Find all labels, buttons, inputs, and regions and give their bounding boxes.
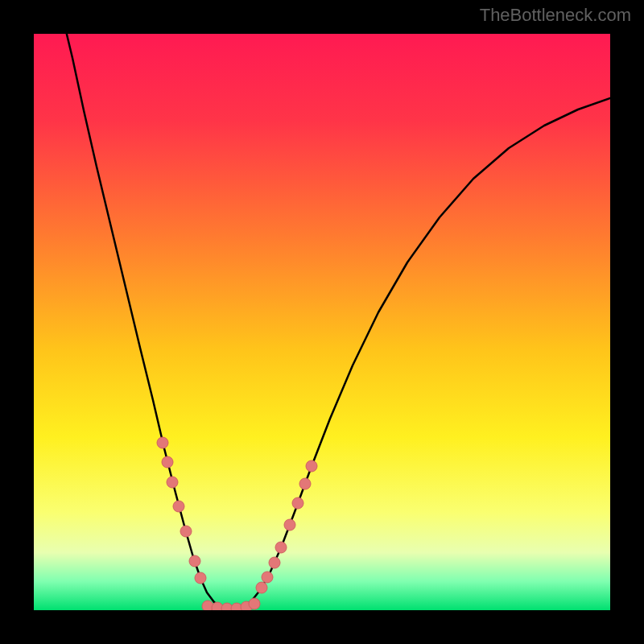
svg-point-9 — [262, 572, 273, 583]
svg-point-3 — [167, 477, 178, 488]
svg-point-14 — [299, 478, 311, 489]
svg-point-8 — [256, 582, 267, 593]
svg-point-15 — [306, 460, 317, 472]
plot-area — [34, 34, 610, 610]
svg-point-13 — [292, 497, 303, 509]
svg-point-2 — [162, 456, 173, 468]
svg-point-11 — [275, 542, 287, 553]
svg-point-4 — [173, 501, 184, 512]
svg-point-12 — [284, 519, 295, 530]
bottleneck-curve — [63, 34, 610, 610]
watermark-text: TheBottleneck.com — [480, 5, 631, 26]
svg-point-1 — [157, 437, 168, 448]
svg-point-7 — [195, 572, 206, 584]
curve-layer — [34, 34, 610, 610]
chart-frame: TheBottleneck.com — [0, 0, 644, 644]
data-markers — [157, 437, 317, 610]
svg-point-5 — [180, 526, 192, 537]
svg-point-6 — [189, 555, 200, 567]
svg-point-21 — [249, 598, 260, 609]
svg-point-10 — [269, 557, 280, 568]
